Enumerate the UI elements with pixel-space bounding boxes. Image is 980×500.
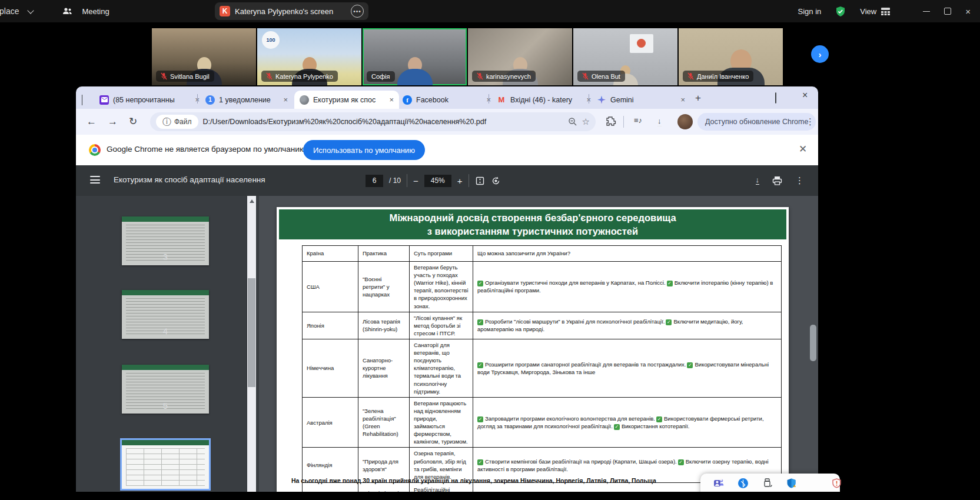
next-participants-button[interactable]: › (811, 45, 829, 63)
check-icon: ✓ (667, 281, 673, 286)
new-tab-button[interactable]: + (695, 92, 701, 104)
participant-tile[interactable]: Даниїл Іванченко (679, 28, 783, 85)
back-button[interactable]: ← (87, 115, 97, 128)
close-tab-icon[interactable]: × (283, 95, 288, 104)
pdf-document-title: Екотуризм як спосіб адаптації населення (114, 175, 265, 184)
shared-screen-tab[interactable]: K Kateryna Pylypenko's screen ••• (215, 2, 368, 20)
minimize-button[interactable] (923, 11, 930, 12)
main-scrollbar-thumb[interactable] (810, 325, 816, 361)
gmail-icon: M (497, 95, 506, 105)
table-header-row: Країна Практика Суть програми Що можна з… (303, 246, 782, 262)
meeting-menu[interactable]: Meeting (82, 7, 109, 16)
zoom-in-button[interactable]: + (457, 176, 463, 186)
people-icon (62, 7, 72, 15)
pdf-download-icon[interactable]: ↓ (756, 176, 760, 185)
table-row: США "Воєнні ретрити" у нацпарках Ветеран… (303, 262, 782, 312)
chrome-logo-icon (89, 144, 101, 156)
participant-name-tag: Svitlana Bugil (156, 71, 214, 82)
bookmark-star-icon[interactable]: ☆ (582, 116, 590, 127)
participant-name-tag: Софія (367, 71, 395, 82)
tab-mail[interactable]: (85 непрочитанны × (94, 91, 205, 109)
notification-icon: 1 (205, 95, 215, 105)
forward-button[interactable]: → (108, 115, 118, 128)
close-button[interactable]: × (965, 7, 971, 16)
page-number-input[interactable]: 6 (366, 175, 383, 187)
anniversary-logo: 100 (262, 31, 280, 49)
browser-menu-icon[interactable]: ⋮ (806, 116, 815, 127)
check-icon: ✓ (678, 459, 684, 465)
more-options-icon[interactable]: ••• (351, 5, 364, 18)
rotate-page-button[interactable] (491, 176, 501, 186)
thumbnail-page-6-selected[interactable] (122, 440, 209, 489)
pdf-menu-icon[interactable] (90, 176, 100, 184)
check-icon: ✓ (477, 281, 483, 286)
security-alert-icon[interactable] (831, 478, 842, 489)
zoom-level-value[interactable]: 45% (424, 175, 451, 187)
tab-search-chevron-icon[interactable] (82, 95, 82, 105)
scroll-up-arrow-icon[interactable] (250, 199, 254, 203)
scheme-chip[interactable]: ⓘ Файл (156, 115, 198, 129)
fit-page-button[interactable] (475, 176, 485, 186)
mic-muted-icon (582, 72, 589, 80)
tab-gemini[interactable]: Gemini × (592, 91, 690, 109)
close-tab-icon[interactable]: × (680, 95, 685, 104)
chevron-down-icon[interactable] (28, 7, 34, 14)
thumbnail-label: 5 (122, 401, 209, 411)
participant-tile-active-speaker[interactable]: Софія (363, 28, 467, 85)
restore-button[interactable] (944, 8, 951, 15)
windows-security-icon[interactable] (786, 478, 797, 489)
check-icon: ✓ (656, 416, 662, 422)
table-row: Німеччина Санаторно-курортне лікування С… (303, 339, 782, 397)
page-total-label: / 10 (389, 176, 401, 185)
mic-muted-icon (477, 72, 483, 80)
download-icon[interactable]: ↓ (657, 116, 662, 125)
tab-facebook[interactable]: f Facebook × (397, 91, 496, 109)
tab-notification[interactable]: 1 1 уведомление × (200, 91, 293, 109)
check-icon: ✓ (477, 362, 483, 368)
participant-name-tag: Kateryna Pylypenko (261, 71, 338, 82)
close-tab-icon[interactable]: × (389, 95, 394, 104)
usb-drive-icon[interactable] (762, 478, 773, 489)
tab-ecotourism-pdf[interactable]: Екотуризм як спос × (294, 91, 399, 109)
view-grid-icon[interactable] (881, 8, 890, 15)
zoom-out-button[interactable]: − (413, 176, 418, 186)
sign-in-button[interactable]: Sign in (798, 7, 822, 16)
pdf-menu-dots-icon[interactable]: ⋮ (795, 175, 804, 186)
screen: kplace Meeting K Kateryna Pylypenko's sc… (0, 0, 980, 500)
participant-tile[interactable]: Svitlana Bugil (152, 28, 256, 85)
banner-message: Google Chrome не является браузером по у… (107, 145, 308, 154)
participant-tile[interactable]: Olena But (573, 28, 677, 85)
window-close-button[interactable]: × (802, 90, 808, 101)
window-maximize-button[interactable] (775, 93, 776, 104)
whiteboard (630, 34, 653, 53)
chrome-update-chip[interactable]: Доступно обновление Chrome (697, 113, 816, 131)
url-text: D:/User/Downloads/Екотуризм%20як%20спосі… (203, 118, 563, 126)
address-bar[interactable]: ⓘ Файл D:/User/Downloads/Екотуризм%20як%… (150, 112, 596, 131)
slide-table: Країна Практика Суть програми Що можна з… (302, 245, 782, 493)
teams-icon[interactable] (713, 478, 725, 489)
info-icon: ⓘ (162, 116, 171, 128)
mail-icon (99, 95, 109, 105)
set-default-button[interactable]: Использовать по умолчанию (303, 140, 425, 160)
bottom-black-strip (0, 492, 980, 500)
reload-button[interactable]: ↻ (129, 115, 137, 128)
sidebar-scrollbar-thumb[interactable] (248, 278, 255, 387)
pdf-viewer-body: 3 4 5 Міжнародний досвід створення безба… (76, 196, 818, 493)
check-icon: ✓ (477, 319, 483, 325)
zoom-page-icon[interactable] (568, 117, 577, 126)
pdf-print-icon[interactable] (772, 176, 782, 185)
facebook-icon: f (403, 95, 412, 105)
profile-avatar[interactable] (677, 114, 693, 129)
extensions-puzzle-icon[interactable] (606, 116, 616, 126)
bluetooth-icon[interactable] (738, 478, 749, 489)
thumbnail-label: 4 (122, 326, 209, 336)
banner-close-icon[interactable]: ✕ (799, 143, 807, 155)
table-row: Австралія "Зелена реабілітація" (Green R… (303, 397, 782, 448)
media-controls-icon[interactable]: ≡♪ (634, 116, 642, 125)
tab-gmail-inbox[interactable]: M Вхідні (46) - katery × (491, 91, 596, 109)
pdf-toolbar: Екотуризм як спосіб адаптації населення … (76, 165, 818, 196)
view-button[interactable]: View (860, 7, 876, 16)
mic-muted-icon (266, 72, 273, 80)
participant-tile[interactable]: 100 Kateryna Pylypenko (257, 28, 361, 85)
participant-tile[interactable]: karinasynevych (468, 28, 572, 85)
